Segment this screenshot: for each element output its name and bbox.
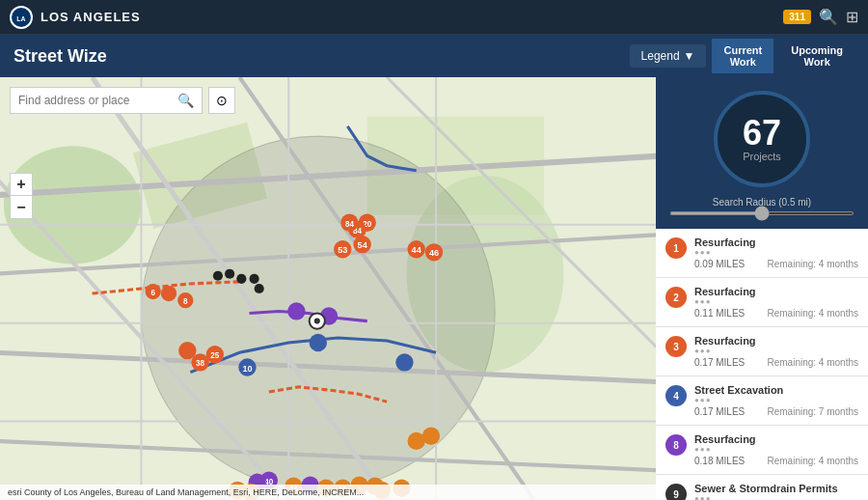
svg-point-62 [178,342,196,359]
main-content: 54 53 44 46 10 6 8 [0,77,868,500]
work-item[interactable]: 4 Street Excavation ●●● 0.17 MILES Remai… [656,376,868,426]
work-item-dots: ●●● [694,297,858,306]
work-item-miles: 0.09 MILES [694,259,745,269]
work-item-meta: 0.09 MILES Remaining: 4 months [694,259,858,269]
svg-point-34 [287,302,305,319]
map-svg: 54 53 44 46 10 6 8 [0,77,656,500]
work-item-dots: ●●● [694,347,858,355]
search-icon[interactable]: 🔍 [819,8,838,26]
right-panel: 67 Projects Search Radius (0.5 mi) 1 Res… [656,77,868,500]
work-item-number: 9 [665,484,687,500]
map-area[interactable]: 54 53 44 46 10 6 8 [0,77,656,500]
work-item-number: 1 [665,237,687,259]
projects-count: 67 [743,116,781,151]
work-item-dots: ●●● [694,396,858,404]
work-item-dots: ●●● [694,494,858,500]
work-item-remaining: Remaining: 7 months [768,406,859,417]
work-item-dots: ●●● [694,248,858,257]
badge-311[interactable]: 311 [783,10,811,24]
svg-point-45 [213,271,223,281]
search-input[interactable] [18,94,174,107]
work-list: 1 Resurfacing ●●● 0.09 MILES Remaining: … [656,229,868,500]
slider-wrap [669,211,854,215]
work-item[interactable]: 1 Resurfacing ●●● 0.09 MILES Remaining: … [656,229,868,278]
tab-upcoming-work[interactable]: UpcomingWork [779,39,854,73]
map-footer: esri County of Los Angeles, Bureau of La… [0,485,656,500]
search-input-wrap[interactable]: 🔍 [10,87,203,114]
work-item-remaining: Remaining: 4 months [768,259,859,269]
work-item-title: Resurfacing [694,335,858,347]
svg-point-47 [236,274,246,284]
work-item-number: 3 [665,336,687,357]
svg-text:8: 8 [183,297,188,306]
work-item-meta: 0.17 MILES Remaining: 4 months [694,357,858,368]
header-right: 311 🔍 ⊞ [783,8,858,26]
grid-icon[interactable]: ⊞ [846,8,858,26]
work-item-title: Sewer & Stormdrain Permits [694,483,858,494]
work-item-remaining: Remaining: 4 months [768,357,859,368]
projects-circle: 67 Projects [714,91,810,187]
work-item-title: Resurfacing [694,286,858,297]
svg-point-32 [310,334,327,351]
work-item-details: Resurfacing ●●● 0.09 MILES Remaining: 4 … [694,236,858,269]
zoom-in-button[interactable]: + [10,173,33,196]
svg-text:6: 6 [150,289,155,297]
work-item-details: Sewer & Stormdrain Permits ●●● 0.19 MILE… [694,483,858,500]
work-item-title: Resurfacing [694,433,858,445]
work-item-title: Resurfacing [694,236,858,248]
work-item-miles: 0.11 MILES [694,308,745,319]
svg-text:44: 44 [412,245,422,255]
work-item-number: 2 [665,287,687,308]
svg-point-42 [161,286,176,301]
work-item-remaining: Remaining: 4 months [768,308,859,319]
logo-area: LA LOS ANGELES [10,6,141,29]
search-button-icon[interactable]: 🔍 [177,93,194,108]
svg-point-39 [422,428,440,445]
work-item-title: Street Excavation [694,384,858,396]
la-logo: LA [10,6,33,29]
legend-button[interactable]: Legend ▼ [630,44,707,68]
work-item[interactable]: 2 Resurfacing ●●● 0.11 MILES Remaining: … [656,278,868,327]
stats-area: 67 Projects Search Radius (0.5 mi) [656,77,868,229]
svg-text:54: 54 [358,240,368,250]
svg-point-33 [395,353,413,371]
projects-label: Projects [743,151,781,162]
work-item[interactable]: 8 Resurfacing ●●● 0.18 MILES Remaining: … [656,426,868,475]
work-item-details: Resurfacing ●●● 0.17 MILES Remaining: 4 … [694,335,858,368]
svg-text:LA: LA [16,15,25,22]
svg-text:46: 46 [429,248,439,258]
svg-point-51 [314,319,320,324]
work-item[interactable]: 3 Resurfacing ●●● 0.17 MILES Remaining: … [656,327,868,376]
svg-point-46 [225,269,234,279]
app-bar: Street Wize Legend ▼ CurrentWork Upcomin… [0,35,868,77]
work-item[interactable]: 9 Sewer & Stormdrain Permits ●●● 0.19 MI… [656,475,868,500]
work-item-dots: ●●● [694,445,858,454]
work-item-remaining: Remaining: 4 months [768,456,859,466]
work-item-miles: 0.17 MILES [694,357,745,368]
radius-slider[interactable] [669,211,854,215]
work-item-details: Resurfacing ●●● 0.11 MILES Remaining: 4 … [694,286,858,319]
svg-text:53: 53 [338,245,347,255]
zoom-out-button[interactable]: − [10,196,33,219]
locate-button[interactable]: ⊙ [208,87,235,114]
app-bar-right: Legend ▼ CurrentWork UpcomingWork [630,39,854,73]
zoom-controls: + − [10,173,33,219]
tab-current-work[interactable]: CurrentWork [712,39,773,73]
search-bar: 🔍 ⊙ [10,87,235,114]
work-item-meta: 0.18 MILES Remaining: 4 months [694,456,858,466]
city-name: LOS ANGELES [41,10,141,24]
work-item-number: 4 [665,385,687,406]
work-item-details: Resurfacing ●●● 0.18 MILES Remaining: 4 … [694,433,858,466]
work-item-meta: 0.11 MILES Remaining: 4 months [694,308,858,319]
work-item-number: 8 [665,434,687,456]
work-item-miles: 0.17 MILES [694,406,745,417]
svg-text:84: 84 [345,220,355,229]
svg-point-48 [250,274,259,284]
svg-text:38: 38 [196,359,205,368]
svg-point-49 [255,284,264,293]
app-header: LA LOS ANGELES 311 🔍 ⊞ [0,0,868,35]
svg-text:25: 25 [210,351,220,360]
svg-text:10: 10 [242,364,252,374]
app-title: Street Wize [14,46,107,67]
map-attribution: esri County of Los Angeles, Bureau of La… [8,487,364,497]
